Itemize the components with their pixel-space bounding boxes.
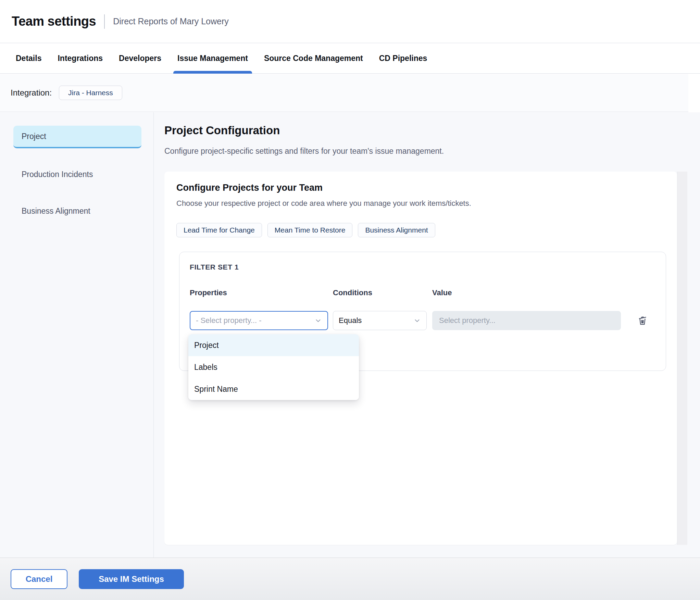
scrollbar-track[interactable] bbox=[677, 172, 687, 545]
tab-label: Issue Management bbox=[177, 54, 248, 63]
tab-label: Integrations bbox=[58, 54, 103, 63]
content-area: Project Production Incidents Business Al… bbox=[0, 112, 700, 558]
delete-filter-button[interactable] bbox=[635, 313, 650, 328]
sidebar-item-production-incidents[interactable]: Production Incidents bbox=[13, 163, 141, 186]
condition-select[interactable]: Equals bbox=[333, 311, 427, 330]
chip-business-alignment[interactable]: Business Alignment bbox=[358, 223, 435, 237]
property-select-placeholder: - Select property... - bbox=[196, 316, 262, 325]
section-subtitle: Configure project-specific settings and … bbox=[164, 147, 444, 156]
tab-issue-management[interactable]: Issue Management bbox=[173, 43, 252, 73]
integration-chip[interactable]: Jira - Harness bbox=[59, 86, 122, 100]
tab-label: Developers bbox=[119, 54, 161, 63]
integration-label: Integration: bbox=[11, 88, 52, 98]
title-separator bbox=[104, 14, 105, 29]
page-header: Team settings Direct Reports of Mary Low… bbox=[0, 0, 700, 43]
tab-label: CD Pipelines bbox=[379, 54, 427, 63]
page-title: Team settings bbox=[12, 14, 96, 29]
conditions-column-label: Conditions bbox=[333, 288, 372, 297]
card-subtitle: Choose your respective project or code a… bbox=[176, 199, 471, 208]
properties-column-label: Properties bbox=[190, 288, 227, 297]
footer-bar: Cancel Save IM Settings bbox=[0, 558, 700, 600]
tab-developers[interactable]: Developers bbox=[115, 43, 165, 73]
condition-select-value: Equals bbox=[339, 316, 362, 325]
property-dropdown: Project Labels Sprint Name bbox=[188, 334, 359, 400]
tab-cd-pipelines[interactable]: CD Pipelines bbox=[375, 43, 432, 73]
sidebar-item-business-alignment[interactable]: Business Alignment bbox=[13, 200, 141, 222]
chevron-down-icon bbox=[413, 317, 421, 324]
tab-bar: Details Integrations Developers Issue Ma… bbox=[0, 43, 700, 74]
metric-chips: Lead Time for Change Mean Time to Restor… bbox=[176, 223, 435, 237]
dropdown-option-sprint-name[interactable]: Sprint Name bbox=[188, 378, 359, 400]
trash-icon bbox=[636, 314, 649, 326]
chip-lead-time-for-change[interactable]: Lead Time for Change bbox=[176, 223, 262, 237]
tab-integrations[interactable]: Integrations bbox=[53, 43, 107, 73]
chip-mean-time-to-restore[interactable]: Mean Time to Restore bbox=[267, 223, 353, 237]
save-im-settings-button[interactable]: Save IM Settings bbox=[79, 569, 184, 589]
card-title: Configure Projects for your Team bbox=[176, 183, 323, 193]
tab-source-code-management[interactable]: Source Code Management bbox=[260, 43, 367, 73]
sidebar-item-project[interactable]: Project bbox=[13, 126, 141, 148]
dropdown-option-project[interactable]: Project bbox=[188, 334, 359, 356]
filter-set-title: FILTER SET 1 bbox=[190, 263, 239, 271]
page-subtitle: Direct Reports of Mary Lowery bbox=[113, 16, 229, 26]
tab-details[interactable]: Details bbox=[12, 43, 46, 73]
cancel-button[interactable]: Cancel bbox=[11, 569, 67, 589]
active-tab-underline bbox=[173, 71, 252, 74]
chevron-down-icon bbox=[314, 317, 322, 324]
section-title: Project Configuration bbox=[164, 124, 280, 137]
property-select[interactable]: - Select property... - bbox=[190, 311, 328, 330]
team-settings-page: Team settings Direct Reports of Mary Low… bbox=[0, 0, 700, 600]
dropdown-option-labels[interactable]: Labels bbox=[188, 356, 359, 378]
tab-label: Details bbox=[16, 54, 41, 63]
tab-label: Source Code Management bbox=[264, 54, 363, 63]
sidebar: Project Production Incidents Business Al… bbox=[0, 112, 154, 558]
value-input bbox=[432, 311, 621, 330]
integration-row: Integration: Jira - Harness bbox=[0, 74, 688, 112]
value-column-label: Value bbox=[432, 288, 452, 297]
main-panel: Project Configuration Configure project-… bbox=[154, 112, 700, 558]
